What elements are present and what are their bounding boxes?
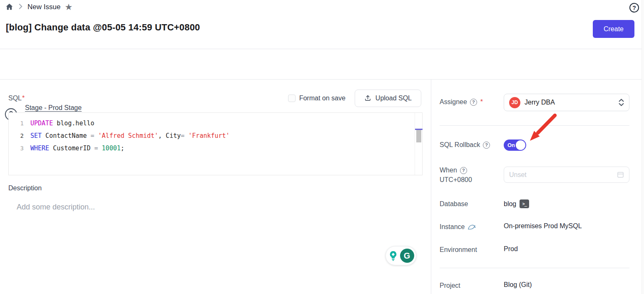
code-token: 'Frankfurt' [188,132,229,140]
assignee-help-icon[interactable]: ? [470,99,477,106]
format-on-save-checkbox[interactable] [288,95,296,102]
page-scrollbar[interactable] [642,0,644,294]
sql-terminal-icon[interactable]: >_ [520,199,529,208]
code-token: = [94,145,98,152]
assignee-label: Assignee [440,98,467,106]
environment-label: Environment [440,246,477,254]
upload-label: Upload SQL [375,95,412,102]
divider [440,125,629,126]
code-token: WHERE [30,145,49,152]
upload-sql-button[interactable]: Upload SQL [355,90,421,107]
project-label: Project [440,282,460,289]
rollback-help-icon[interactable]: ? [483,142,490,149]
help-icon[interactable]: ? [629,3,639,12]
code-line[interactable]: 1UPDATE blog.hello [9,117,414,130]
rollback-label-row: SQL Rollback ? [440,141,490,149]
issue-sidebar: Assignee ? * JD Jerry DBA SQL Rollback ?… [431,80,644,294]
sql-editor[interactable]: 1UPDATE blog.hello2SET ContactName = 'Al… [8,112,423,175]
divider [440,268,629,268]
editor-scrollbar [415,113,422,175]
assignee-required: * [480,98,483,106]
code-token: = [91,132,94,140]
main-panel: SQL* Format on save Upload SQL 1UPDATE [0,80,431,294]
code-token: ; [121,145,124,152]
when-datepicker[interactable] [504,167,629,183]
code-text: WHERE CustomerID = 10001; [30,145,124,152]
code-line[interactable]: 3WHERE CustomerID = 10001; [9,142,414,154]
description-label: Description [8,184,42,192]
format-on-save-label: Format on save [299,95,346,102]
toggle-state-label: On [507,142,515,148]
instance-value[interactable]: On-premises Prod MySQL [504,222,582,230]
lightbulb-icon [388,250,398,262]
assignee-label-row: Assignee ? * [440,98,483,106]
code-token: 'Alfred Schmidt' [98,132,159,140]
code-token [94,132,98,140]
when-help-icon[interactable]: ? [460,167,467,174]
upload-icon [364,95,371,102]
code-text: SET ContactName = 'Alfred Schmidt', City… [30,132,230,140]
code-token: UPDATE [30,120,53,127]
stage-strip: Stage - Prod Stage PENDING_APPROVAL(0/1) [0,49,644,80]
description-input[interactable]: Add some description... [17,203,95,212]
line-number: 1 [9,120,30,127]
code-token: 10001 [102,145,121,152]
code-token: CustomerID [49,145,94,152]
calendar-icon [617,171,624,178]
rollback-label: SQL Rollback [440,141,480,149]
required-asterisk: * [22,95,25,102]
format-on-save: Format on save [288,95,346,102]
home-icon[interactable] [5,2,14,11]
code-token [98,145,102,152]
database-value[interactable]: blog [504,200,516,208]
environment-value: Prod [504,245,518,253]
breadcrumb: New Issue ★ ? [0,0,644,17]
code-lines: 1UPDATE blog.hello2SET ContactName = 'Al… [9,117,414,154]
when-input[interactable] [509,171,617,179]
code-token: , City [158,132,181,140]
assignee-value: Jerry DBA [525,99,555,106]
code-text: UPDATE blog.hello [30,120,94,127]
assignee-select[interactable]: JD Jerry DBA [504,94,629,111]
instance-label-row: Instance [440,223,476,231]
create-button[interactable]: Create [593,20,634,38]
database-label: Database [440,200,468,208]
assignee-avatar: JD [509,97,520,108]
page-title: [blog] Change data @05-05 14:59 UTC+0800 [6,22,200,33]
toggle-knob [516,140,525,150]
code-token [184,132,188,140]
star-icon[interactable]: ★ [65,2,72,11]
chevron-right-icon [19,4,22,10]
new-issue-page: New Issue ★ ? [blog] Change data @05-05 … [0,0,644,294]
mysql-icon [467,224,476,230]
code-token: SET [30,132,42,140]
grammarly-widget[interactable]: G [385,246,416,265]
editor-scrollbar-thumb[interactable] [416,130,421,142]
code-token: = [181,132,184,140]
line-number: 3 [9,145,30,152]
instance-label: Instance [440,223,465,231]
database-value-row: blog >_ [504,199,529,208]
code-token: ContactName [42,132,90,140]
sql-label: SQL* [8,95,25,102]
breadcrumb-current[interactable]: New Issue [27,3,60,11]
chevron-updown-icon [619,99,624,106]
annotation-arrow [521,110,562,149]
when-label: When [440,167,457,174]
when-label-row: When ? UTC+0800 [440,167,472,184]
project-value[interactable]: Blog (Git) [504,281,532,289]
code-line[interactable]: 2SET ContactName = 'Alfred Schmidt', Cit… [9,130,414,142]
when-timezone: UTC+0800 [440,176,472,184]
code-token: blog.hello [53,120,94,127]
grammarly-icon: G [400,249,414,263]
sql-rollback-toggle[interactable]: On [504,140,526,151]
line-number: 2 [9,132,30,139]
